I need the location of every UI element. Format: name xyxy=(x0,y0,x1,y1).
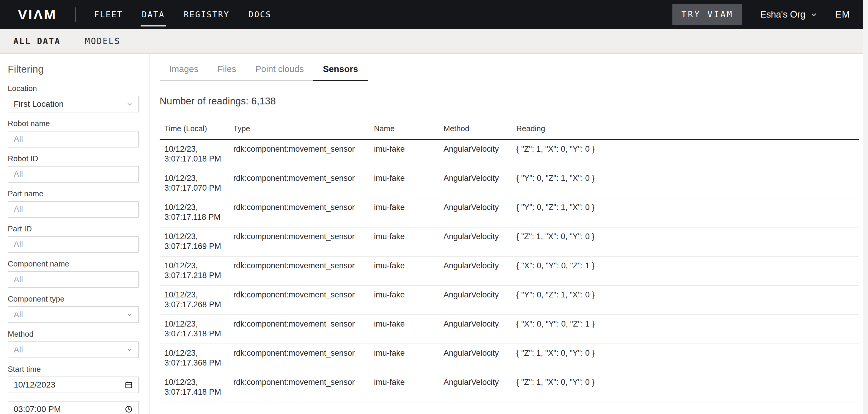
nav-link-fleet[interactable]: FLEET xyxy=(94,10,123,19)
field-location: Location First Location xyxy=(8,84,139,112)
field-robot-name: Robot name xyxy=(8,119,139,148)
cell-date-line: 10/12/23, xyxy=(164,348,234,358)
column-header-method: Method xyxy=(443,124,516,140)
robot-id-input[interactable] xyxy=(8,166,139,183)
cell-name: imu-fake xyxy=(374,256,443,286)
cell-time: 10/12/23,3:07:17.218 PM xyxy=(160,256,234,286)
cell-method: AngularVelocity xyxy=(443,169,516,198)
cell-type: rdk:component:movement_sensor xyxy=(234,169,374,198)
table-header-row: Time (Local) Type Name Method Reading xyxy=(160,124,859,140)
field-part-name: Part name xyxy=(8,189,139,218)
start-time-value: 03:07:00 PM xyxy=(14,405,61,414)
part-id-label: Part ID xyxy=(8,224,139,233)
cell-time-line: 3:07:17.368 PM xyxy=(164,358,234,368)
nav-divider xyxy=(75,7,76,22)
column-header-time: Time (Local) xyxy=(160,124,234,140)
nav-link-registry[interactable]: REGISTRY xyxy=(184,10,229,19)
table-row: 10/12/23,3:07:17.118 PM rdk:component:mo… xyxy=(160,198,859,227)
cell-method: AngularVelocity xyxy=(443,286,516,315)
nav-links: FLEET DATA REGISTRY DOCS xyxy=(94,10,271,19)
component-type-label: Component type xyxy=(8,294,139,303)
start-date-value: 10/12/2023 xyxy=(14,380,55,390)
table-row: 10/12/23,3:07:17.070 PM rdk:component:mo… xyxy=(160,169,859,198)
nav-link-data[interactable]: DATA xyxy=(142,10,165,19)
start-time-label: Start time xyxy=(8,365,139,374)
cell-reading: { "Z": 1, "X": 0, "Y": 0 } xyxy=(516,227,859,256)
clock-icon[interactable] xyxy=(125,405,133,413)
vertical-scrollbar[interactable] xyxy=(863,0,868,414)
cell-name: imu-fake xyxy=(374,286,443,315)
method-select[interactable]: All xyxy=(8,342,139,358)
org-switcher[interactable]: Esha's Org xyxy=(760,9,817,20)
column-header-reading: Reading xyxy=(516,124,859,140)
top-nav-right: TRY VIAM Esha's Org EM xyxy=(673,4,855,25)
cell-time-line: 3:07:17.318 PM xyxy=(164,329,234,339)
cell-date-line: 10/12/23, xyxy=(164,232,234,241)
calendar-icon[interactable] xyxy=(125,381,133,389)
part-name-input[interactable] xyxy=(8,201,139,218)
tab-point-clouds[interactable]: Point clouds xyxy=(246,64,313,80)
cell-name: imu-fake xyxy=(374,315,443,344)
component-name-input[interactable] xyxy=(8,271,139,288)
sensor-readings-table: Time (Local) Type Name Method Reading 10… xyxy=(160,124,859,403)
chevron-down-icon xyxy=(126,347,133,353)
robot-name-input[interactable] xyxy=(8,131,139,148)
cell-date-line: 10/12/23, xyxy=(164,319,234,329)
cell-type: rdk:component:movement_sensor xyxy=(234,373,374,402)
cell-method: AngularVelocity xyxy=(443,256,516,286)
cell-time: 10/12/23,3:07:17.318 PM xyxy=(160,315,234,344)
field-robot-id: Robot ID xyxy=(8,154,139,183)
subnav-item-all-data[interactable]: ALL DATA xyxy=(13,36,61,46)
field-method: Method All xyxy=(8,329,139,358)
org-name: Esha's Org xyxy=(760,9,805,20)
cell-time: 10/12/23,3:07:17.169 PM xyxy=(160,227,234,256)
cell-time-line: 3:07:17.018 PM xyxy=(164,154,234,164)
cell-date-line: 10/12/23, xyxy=(164,203,234,212)
tab-sensors[interactable]: Sensors xyxy=(313,64,367,81)
cell-type: rdk:component:movement_sensor xyxy=(234,227,374,256)
cell-time-line: 3:07:17.118 PM xyxy=(164,212,234,222)
cell-method: AngularVelocity xyxy=(443,140,516,169)
start-date-input[interactable]: 10/12/2023 xyxy=(8,377,139,393)
component-type-select[interactable]: All xyxy=(8,306,139,323)
main-content: Images Files Point clouds Sensors Number… xyxy=(150,54,868,414)
table-row: 10/12/23,3:07:17.368 PM rdk:component:mo… xyxy=(160,344,859,373)
cell-date-line: 10/12/23, xyxy=(164,261,234,271)
subnav-item-models[interactable]: MODELS xyxy=(85,36,120,46)
location-select-value: First Location xyxy=(14,99,64,109)
cell-name: imu-fake xyxy=(374,227,443,256)
table-row: 10/12/23,3:07:17.169 PM rdk:component:mo… xyxy=(160,227,859,256)
cell-name: imu-fake xyxy=(374,198,443,227)
nav-link-docs[interactable]: DOCS xyxy=(249,10,271,19)
top-nav: VIΛM FLEET DATA REGISTRY DOCS TRY VIAM E… xyxy=(0,0,868,29)
field-component-type: Component type All xyxy=(8,294,139,323)
cell-time: 10/12/23,3:07:17.268 PM xyxy=(160,286,234,315)
cell-reading: { "Z": 1, "X": 0, "Y": 0 } xyxy=(516,140,859,169)
table-row: 10/12/23,3:07:17.318 PM rdk:component:mo… xyxy=(160,315,859,344)
cell-time: 10/12/23,3:07:17.018 PM xyxy=(160,140,234,169)
cell-method: AngularVelocity xyxy=(443,344,516,373)
cell-reading: { "X": 0, "Y": 0, "Z": 1 } xyxy=(516,315,859,344)
tab-images[interactable]: Images xyxy=(160,64,208,80)
cell-reading: { "Y": 0, "Z": 1, "X": 0 } xyxy=(516,169,859,198)
cell-reading: { "Z": 1, "X": 0, "Y": 0 } xyxy=(516,373,859,402)
location-label: Location xyxy=(8,84,139,93)
try-viam-button[interactable]: TRY VIAM xyxy=(673,4,742,25)
cell-name: imu-fake xyxy=(374,344,443,373)
location-select[interactable]: First Location xyxy=(8,96,139,112)
viam-logo[interactable]: VIΛM xyxy=(18,6,57,23)
start-time-input[interactable]: 03:07:00 PM xyxy=(8,401,139,414)
chevron-down-icon xyxy=(126,312,133,318)
cell-name: imu-fake xyxy=(374,169,443,198)
cell-reading: { "Y": 0, "Z": 1, "X": 0 } xyxy=(516,198,859,227)
cell-time-line: 3:07:17.169 PM xyxy=(164,241,234,251)
table-row: 10/12/23,3:07:17.268 PM rdk:component:mo… xyxy=(160,286,859,315)
cell-method: AngularVelocity xyxy=(443,373,516,402)
table-row: 10/12/23,3:07:17.418 PM rdk:component:mo… xyxy=(160,373,859,402)
tab-files[interactable]: Files xyxy=(208,64,246,80)
part-id-input[interactable] xyxy=(8,236,139,253)
cell-time: 10/12/23,3:07:17.418 PM xyxy=(160,373,234,402)
cell-date-line: 10/12/23, xyxy=(164,377,234,387)
user-initials[interactable]: EM xyxy=(835,9,850,20)
part-name-label: Part name xyxy=(8,189,139,198)
